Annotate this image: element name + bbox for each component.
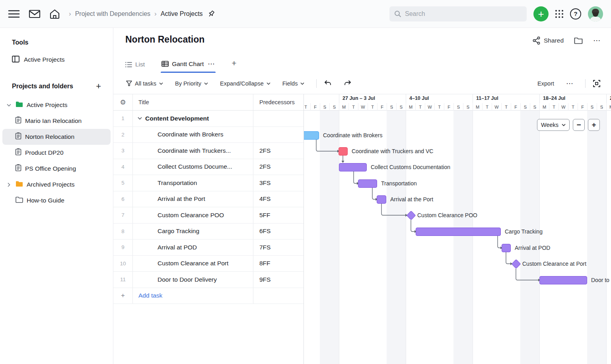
sidebar-item-ps-office-opening[interactable]: PS Office Opening <box>2 161 111 177</box>
timeline-day-letter: T <box>304 103 310 111</box>
gantt-bar-task-9[interactable] <box>502 244 511 252</box>
hamburger-menu-icon[interactable] <box>8 9 20 19</box>
gantt-bar-task-11[interactable] <box>539 276 587 284</box>
add-task-row[interactable]: + Add task <box>113 288 304 304</box>
create-new-button[interactable]: + <box>533 6 549 21</box>
folder-orange-icon <box>16 181 23 189</box>
sidebar-item-product-dp20[interactable]: Product DP20 <box>2 145 111 161</box>
add-task-button[interactable]: Add task <box>133 292 162 299</box>
task-predecessor: 8FF <box>253 256 304 272</box>
row-number: 9 <box>113 239 133 255</box>
list-view-icon <box>125 62 132 68</box>
table-row-task-9[interactable]: 9 Arrival at POD 7FS <box>113 239 304 256</box>
timeline-day-letter: F <box>444 103 453 111</box>
table-row-task-6[interactable]: 6 Arrival at the Port 4FS <box>113 191 304 208</box>
tools-header: Tools <box>0 39 113 46</box>
redo-button[interactable] <box>344 80 352 87</box>
row-number: 1 <box>113 111 133 127</box>
help-icon[interactable]: ? <box>570 8 581 19</box>
sidebar-item-active-projects[interactable]: Active Projects <box>0 52 113 68</box>
zoom-out-button[interactable]: − <box>573 119 585 131</box>
table-row-task-5[interactable]: 5 Transportation 3FS <box>113 175 304 191</box>
export-button[interactable]: Export <box>537 80 554 87</box>
gantt-bar-task-5[interactable] <box>358 179 377 188</box>
sidebar-item-mario-ian-relocation[interactable]: Mario Ian Relocation <box>2 113 111 129</box>
add-task-plus-icon[interactable]: + <box>113 288 133 304</box>
sidebar-item-label: PS Office Opening <box>25 165 76 172</box>
table-settings-gear-icon[interactable]: ⚙ <box>120 98 126 107</box>
timeline-day-letter: T <box>348 103 358 111</box>
sidebar-item-norton-relocation[interactable]: Norton Relocation <box>2 129 111 145</box>
timeline-day-letter: S <box>329 103 339 111</box>
table-row-task-10[interactable]: 10 Custom Clearance at Port 8FF <box>113 256 304 272</box>
table-row-task-3[interactable]: 3 Coordinate with Truckers... 2FS <box>113 143 304 159</box>
sidebar-item-label: Active Projects <box>24 56 65 63</box>
fullscreen-button[interactable] <box>593 80 601 88</box>
timescale-dropdown[interactable]: Weeks <box>537 119 570 131</box>
sort-dropdown[interactable]: By Priority <box>175 80 208 87</box>
chevron-right-icon[interactable] <box>6 183 12 187</box>
projects-header: Projects and folders + <box>0 81 113 91</box>
gantt-bar-task-4[interactable] <box>339 163 367 171</box>
export-label: Export <box>537 80 554 87</box>
add-project-button[interactable]: + <box>96 81 101 91</box>
table-row-task-11[interactable]: 11 Door to Door Delivery 9FS <box>113 272 304 288</box>
home-icon[interactable] <box>49 9 60 19</box>
timeline-day-letter: S <box>520 103 530 111</box>
chevron-down-icon[interactable] <box>6 104 12 107</box>
task-title: Cargo Tracking <box>133 228 199 235</box>
mail-icon[interactable] <box>29 9 41 19</box>
shared-button[interactable]: Shared <box>533 37 564 45</box>
folder-outline-icon <box>16 197 23 204</box>
tab-gantt-chart[interactable]: Gantt Chart ⋯ <box>162 60 215 73</box>
chevron-down-icon <box>300 82 304 85</box>
tab-list-label: List <box>135 61 145 68</box>
task-table-header: ⚙ Title Predecessors <box>113 94 304 111</box>
gantt-bar-task-2[interactable] <box>304 131 319 140</box>
breadcrumb-current[interactable]: Active Projects <box>161 10 203 18</box>
zoom-in-button[interactable]: + <box>588 119 600 131</box>
filter-dropdown[interactable]: All tasks <box>126 80 163 87</box>
task-predecessor: 2FS <box>253 143 304 159</box>
table-row-task-2[interactable]: 2 Coordinate with Brokers <box>113 127 304 143</box>
undo-button[interactable] <box>324 80 332 87</box>
timeline-day-letter: S <box>387 103 396 111</box>
timeline-day-letter: T <box>415 103 425 111</box>
toolbar-more-icon[interactable]: ⋯ <box>566 79 573 88</box>
breadcrumb-parent[interactable]: Project with Dependencies <box>75 10 150 18</box>
sidebar-item-archived-projects[interactable]: Archived Projects <box>2 177 111 193</box>
fields-dropdown[interactable]: Fields <box>282 80 305 87</box>
avatar[interactable] <box>588 6 603 21</box>
task-title: Coordinate with Truckers... <box>133 147 231 154</box>
timeline-day-letter: F <box>578 103 587 111</box>
sidebar-item-active-projects[interactable]: Active Projects <box>2 97 111 113</box>
row-number: 6 <box>113 191 133 207</box>
gantt-toolbar: All tasks By Priority Expand/Collapse Fi… <box>113 73 611 94</box>
gantt-bar-task-8[interactable] <box>416 228 501 236</box>
expand-collapse-dropdown[interactable]: Expand/Collapse <box>220 80 270 87</box>
sidebar-item-label: Norton Relocation <box>25 133 74 140</box>
column-title: Title <box>133 94 253 110</box>
row-number: 10 <box>113 256 133 272</box>
timeline-day-letter: T <box>549 103 558 111</box>
folder-icon[interactable] <box>574 37 583 44</box>
tab-list[interactable]: List <box>125 61 145 73</box>
search-input[interactable] <box>405 10 522 18</box>
add-view-button[interactable]: + <box>232 58 236 73</box>
pin-icon[interactable] <box>207 10 216 18</box>
apps-grid-icon[interactable] <box>555 10 563 18</box>
timeline-day-letter: S <box>320 103 329 111</box>
chevron-down-icon[interactable] <box>138 117 142 120</box>
sidebar-item-how-to-guide[interactable]: How-to Guide <box>2 193 111 208</box>
timeline-day-letter: S <box>453 103 463 111</box>
table-row-task-4[interactable]: 4 Collect Customs Docume... 2FS <box>113 159 304 175</box>
table-row-task-1[interactable]: 1 Content Development <box>113 111 304 127</box>
gantt-bar-task-6[interactable] <box>377 195 386 204</box>
gantt-bar-task-3[interactable] <box>339 147 348 156</box>
timeline-day-letter: S <box>463 103 473 111</box>
tab-options-icon[interactable]: ⋯ <box>208 60 215 68</box>
timeline-day-letter: F <box>511 103 520 111</box>
table-row-task-7[interactable]: 7 Custom Clearance POO 5FF <box>113 207 304 224</box>
table-row-task-8[interactable]: 8 Cargo Tracking 6FS <box>113 224 304 240</box>
more-menu-icon[interactable]: ⋯ <box>593 36 601 45</box>
